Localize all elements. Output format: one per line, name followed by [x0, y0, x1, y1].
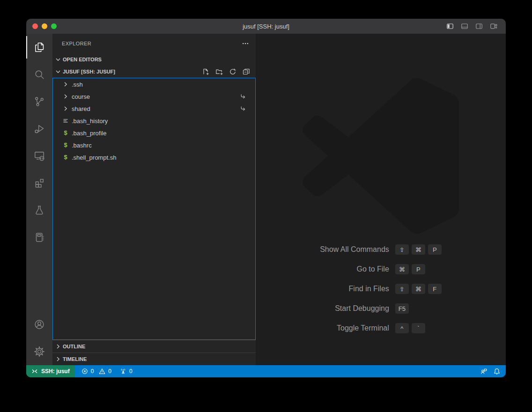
section-timeline[interactable]: TIMELINE: [52, 353, 256, 365]
section-label: TIMELINE: [63, 356, 87, 362]
minimize-window-button[interactable]: [42, 23, 47, 29]
ports-indicator[interactable]: 0: [120, 368, 133, 375]
remote-explorer-icon: [33, 150, 45, 162]
chevron-down-icon: [54, 68, 62, 75]
activity-item-search[interactable]: [26, 61, 52, 88]
remote-label: SSH: jusuf: [41, 368, 70, 375]
tree-item-name: .bash_profile: [72, 130, 246, 137]
key-backtick: `: [412, 323, 425, 333]
tree-item-bash-history[interactable]: .bash_history: [53, 115, 255, 127]
workspace-actions: [202, 68, 250, 75]
status-bar-right: [480, 368, 506, 375]
section-workspace[interactable]: JUSUF [SSH: JUSUF]: [52, 66, 256, 78]
activity-item-remote-explorer[interactable]: [26, 142, 52, 169]
section-open-editors[interactable]: OPEN EDITORS: [52, 53, 256, 66]
chevron-right-icon: [62, 93, 69, 100]
vscode-logo-watermark: [303, 78, 459, 234]
key-f: F: [428, 284, 442, 294]
notebook-icon: [33, 231, 45, 243]
chevron-right-icon: [62, 81, 69, 88]
symlink-arrow-icon: [240, 93, 246, 100]
shortcut-label: Start Debugging: [320, 299, 389, 318]
error-count: 0: [91, 368, 94, 375]
shortcut-label: Find in Files: [320, 279, 389, 299]
warning-icon: [99, 368, 105, 375]
section-outline[interactable]: OUTLINE: [52, 340, 256, 353]
toggle-primary-sidebar-icon[interactable]: [446, 22, 454, 30]
refresh-icon[interactable]: [229, 68, 236, 75]
status-bar: SSH: jusuf 0 0 0: [26, 365, 506, 377]
desktop-background: jusuf [SSH: jusuf]: [0, 0, 532, 412]
shortcut-keys: ⌘ P: [395, 259, 442, 279]
activity-item-run-and-debug[interactable]: [26, 115, 52, 142]
zoom-window-button[interactable]: [51, 23, 57, 29]
key-p: P: [428, 244, 442, 255]
tree-item-shell-prompt[interactable]: $ .shell_prompt.sh: [53, 151, 255, 163]
key-shift: ⇧: [395, 244, 409, 255]
shortcut-keys: F5: [395, 299, 442, 318]
gear-icon: [33, 346, 45, 358]
tree-item-shared[interactable]: shared: [53, 103, 255, 115]
tree-item-name: .bashrc: [72, 142, 246, 149]
bell-icon[interactable]: [494, 368, 500, 375]
tree-item-course[interactable]: course: [53, 90, 255, 103]
explorer-sidebar: EXPLORER OPEN EDITORS JUSUF [SSH: JUSUF]: [52, 34, 256, 365]
section-label: OPEN EDITORS: [63, 57, 102, 62]
chevron-down-icon: [54, 56, 62, 63]
symlink-arrow-icon: [240, 105, 246, 112]
customize-layout-icon[interactable]: [490, 22, 497, 30]
editor-area: Show All Commands ⇧ ⌘ P Go to File ⌘ P F…: [256, 34, 506, 365]
key-shift: ⇧: [395, 284, 409, 294]
close-window-button[interactable]: [32, 23, 38, 29]
error-icon: [81, 368, 88, 375]
more-actions-icon[interactable]: [242, 40, 249, 47]
key-cmd: ⌘: [412, 284, 425, 294]
remote-indicator[interactable]: SSH: jusuf: [26, 365, 75, 377]
activity-item-extensions[interactable]: [26, 169, 52, 197]
remote-icon: [31, 368, 38, 375]
problems-indicator[interactable]: 0 0: [81, 368, 111, 375]
new-file-icon[interactable]: [202, 68, 209, 75]
key-ctrl: ^: [395, 323, 409, 333]
key-f5: F5: [395, 303, 409, 314]
beaker-icon: [33, 204, 45, 216]
debug-icon: [33, 123, 45, 135]
sidebar-title-row: EXPLORER: [52, 34, 256, 53]
shortcut-label: Show All Commands: [320, 240, 389, 259]
shortcut-label: Toggle Terminal: [320, 318, 389, 338]
key-cmd: ⌘: [412, 244, 425, 255]
activity-item-testing[interactable]: [26, 197, 52, 224]
tree-item-name: .bash_history: [72, 118, 246, 125]
key-p: P: [412, 264, 425, 274]
search-icon: [33, 68, 45, 81]
tree-item-name: .shell_prompt.sh: [72, 154, 246, 161]
watermark-shortcuts: Show All Commands ⇧ ⌘ P Go to File ⌘ P F…: [320, 240, 442, 338]
workbench: EXPLORER OPEN EDITORS JUSUF [SSH: JUSUF]: [26, 34, 506, 365]
traffic-lights: [26, 23, 57, 29]
tree-item-ssh[interactable]: .ssh: [53, 78, 255, 90]
ports-count: 0: [129, 368, 133, 375]
collapse-all-icon[interactable]: [243, 68, 250, 75]
radio-tower-icon: [120, 368, 126, 375]
key-cmd: ⌘: [395, 264, 409, 274]
activity-item-notebook[interactable]: [26, 224, 52, 251]
file-tree: .ssh course shared .bash_history: [52, 78, 256, 340]
tree-item-bashrc[interactable]: $ .bashrc: [53, 139, 255, 151]
shell-file-icon: $: [62, 154, 69, 161]
title-bar: jusuf [SSH: jusuf]: [26, 19, 506, 34]
activity-item-manage[interactable]: [26, 338, 52, 365]
vscode-window: jusuf [SSH: jusuf]: [26, 19, 506, 377]
toggle-panel-icon[interactable]: [461, 22, 468, 30]
toggle-secondary-sidebar-icon[interactable]: [475, 22, 483, 30]
activity-item-source-control[interactable]: [26, 88, 52, 115]
chevron-right-icon: [54, 355, 62, 363]
shortcut-keys: ⇧ ⌘ P: [395, 240, 442, 259]
feedback-icon[interactable]: [480, 368, 487, 375]
extensions-icon: [33, 177, 45, 189]
new-folder-icon[interactable]: [215, 68, 223, 75]
source-control-icon: [33, 96, 45, 108]
tree-item-name: .ssh: [72, 81, 246, 88]
activity-item-explorer[interactable]: [26, 34, 52, 61]
tree-item-bash-profile[interactable]: $ .bash_profile: [53, 127, 255, 139]
activity-item-accounts[interactable]: [26, 311, 52, 338]
